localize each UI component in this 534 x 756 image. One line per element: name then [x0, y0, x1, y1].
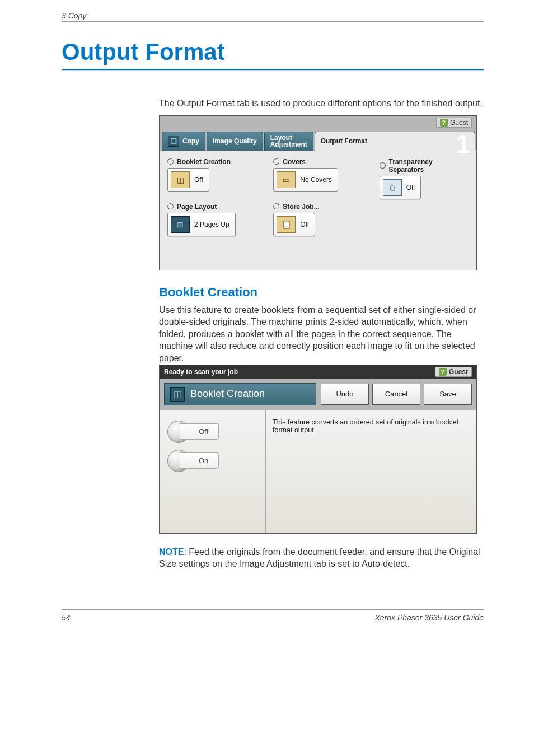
guest-label: Guest — [449, 368, 468, 376]
group-store-job-label: Store Job... — [283, 203, 319, 211]
group-transparency-label: Transparency Separators — [389, 158, 469, 174]
running-header-rule — [62, 21, 484, 22]
group-covers-label: Covers — [283, 158, 306, 166]
tile-booklet-creation-value: Off — [194, 176, 203, 184]
radio-icon — [167, 203, 174, 209]
note-body: : Feed the originals from the document f… — [159, 547, 480, 569]
page-number: 54 — [62, 613, 71, 622]
toggle-off-label: Off — [180, 423, 219, 440]
dialog-header: ◫ Booklet Creation Undo Cancel Save — [160, 379, 476, 410]
tab-layout-label-line2: Adjustment — [270, 141, 307, 148]
section-body-text: Use this feature to create booklets from… — [159, 304, 484, 365]
radio-icon — [380, 162, 386, 169]
tabs-row: ❏ Copy Image Quality Layout Adjustment O… — [160, 129, 476, 151]
tile-page-layout-value: 2 Pages Up — [194, 221, 229, 228]
status-text: Ready to scan your job — [164, 368, 238, 376]
help-icon[interactable]: ? — [439, 368, 447, 376]
group-page-layout-label: Page Layout — [177, 203, 217, 211]
tab-image-quality[interactable]: Image Quality — [207, 132, 263, 151]
dialog-status-bar: Ready to scan your job ? Guest — [160, 365, 476, 379]
booklet-icon: ◫ — [171, 171, 190, 188]
toggle-off[interactable]: Off — [167, 421, 257, 443]
tile-page-layout[interactable]: ⊞ 2 Pages Up — [167, 213, 236, 236]
tile-transparency[interactable]: ⎙ Off — [380, 176, 421, 199]
guest-label: Guest — [450, 119, 468, 127]
booklet-icon: ◫ — [170, 387, 185, 402]
store-job-icon: 📋 — [277, 216, 296, 233]
group-covers[interactable]: Covers — [273, 158, 362, 166]
group-transparency-separators[interactable]: Transparency Separators — [380, 158, 469, 174]
title-double-rule — [62, 69, 484, 71]
group-store-job[interactable]: Store Job... — [273, 203, 362, 211]
group-booklet-creation[interactable]: Booklet Creation — [167, 158, 256, 166]
output-format-panel: ? Guest ❏ Copy Image Quality Layout Adju… — [159, 115, 477, 270]
toggle-on-label: On — [180, 452, 219, 469]
tile-covers[interactable]: ▭ No Covers — [273, 168, 338, 192]
undo-button[interactable]: Undo — [321, 384, 369, 405]
radio-icon — [167, 158, 174, 165]
tab-copy-label: Copy — [182, 137, 199, 145]
guest-chip[interactable]: ? Guest — [435, 367, 472, 377]
tile-store-job-value: Off — [300, 221, 309, 228]
running-header: 3 Copy — [62, 11, 484, 20]
dialog-title: ◫ Booklet Creation — [164, 383, 316, 405]
dialog-left-pane: Off On — [160, 410, 266, 533]
save-button[interactable]: Save — [424, 384, 472, 405]
callout-number: 1 — [456, 129, 470, 159]
help-icon[interactable]: ? — [440, 119, 448, 127]
tab-image-quality-label: Image Quality — [213, 137, 257, 145]
covers-icon: ▭ — [277, 171, 296, 188]
tile-booklet-creation[interactable]: ◫ Off — [167, 168, 209, 192]
footer-rule: 54 Xerox Phaser 3635 User Guide — [62, 609, 484, 622]
tab-copy[interactable]: ❏ Copy — [162, 132, 205, 151]
guest-chip[interactable]: ? Guest — [436, 118, 472, 128]
group-booklet-creation-label: Booklet Creation — [177, 158, 231, 166]
dialog-description: This feature converts an ordered set of … — [266, 410, 476, 533]
section-heading-booklet-creation: Booklet Creation — [159, 285, 484, 300]
tile-transparency-value: Off — [406, 184, 415, 192]
toggle-on[interactable]: On — [167, 450, 257, 472]
page-layout-icon: ⊞ — [171, 216, 190, 233]
page-title: Output Format — [62, 39, 484, 66]
intro-paragraph: The Output Format tab is used to produce… — [159, 97, 484, 110]
radio-icon — [273, 158, 279, 165]
note-paragraph: NOTE: Feed the originals from the docume… — [159, 546, 484, 570]
tab-output-format-label: Output Format — [321, 137, 367, 145]
tile-store-job[interactable]: 📋 Off — [273, 213, 315, 236]
book-title: Xerox Phaser 3635 User Guide — [374, 613, 484, 622]
copy-icon: ❏ — [168, 136, 179, 147]
note-label: NOTE — [159, 547, 184, 557]
booklet-creation-dialog: Ready to scan your job ? Guest ◫ Booklet… — [159, 365, 477, 534]
cancel-button[interactable]: Cancel — [372, 384, 420, 405]
panel-titlebar: ? Guest — [160, 116, 476, 129]
panel-body: Booklet Creation ◫ Off Page Layout ⊞ — [160, 151, 476, 270]
transparency-icon: ⎙ — [383, 179, 402, 196]
radio-icon — [273, 203, 279, 209]
tab-layout-adjustment[interactable]: Layout Adjustment — [264, 132, 313, 151]
group-page-layout[interactable]: Page Layout — [167, 203, 256, 211]
tab-output-format[interactable]: Output Format 1 — [315, 132, 475, 151]
dialog-title-text: Booklet Creation — [190, 388, 265, 400]
tile-covers-value: No Covers — [300, 176, 332, 184]
